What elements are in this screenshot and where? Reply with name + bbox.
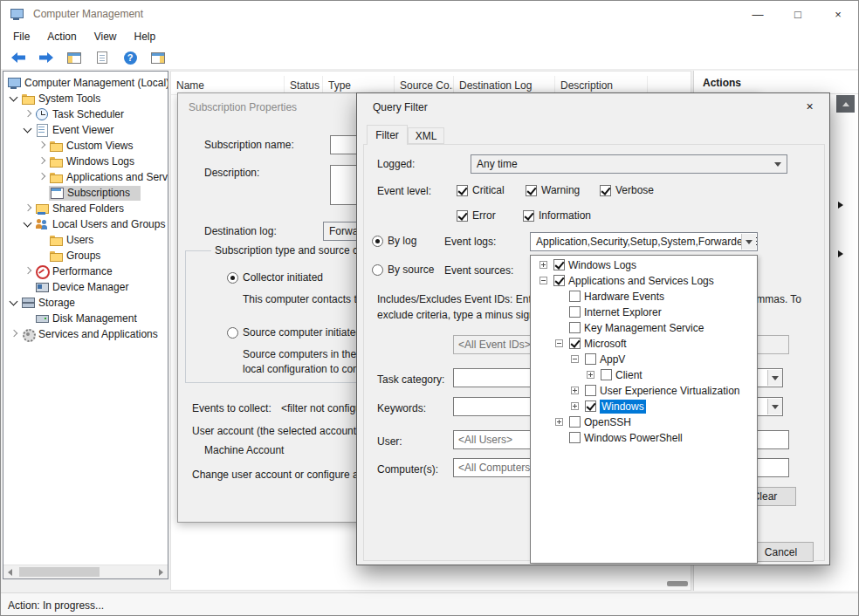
tree-item-device-manager[interactable]: Device Manager	[3, 279, 168, 295]
dialog-close-button[interactable]: ×	[790, 93, 829, 119]
close-button[interactable]: ×	[818, 1, 858, 27]
checkbox-checked-icon[interactable]	[585, 400, 596, 412]
by-source-radio[interactable]: By source	[372, 264, 434, 276]
log-tree-item-client[interactable]: Client	[531, 367, 757, 383]
chevron-right-icon[interactable]	[21, 107, 35, 121]
action-group-expand-icon[interactable]	[838, 250, 843, 257]
expand-plus-icon[interactable]	[555, 418, 563, 426]
expand-plus-icon[interactable]	[539, 261, 547, 269]
collapse-minus-icon[interactable]	[555, 339, 563, 347]
critical-checkbox[interactable]: Critical	[457, 184, 505, 196]
chevron-right-icon[interactable]	[35, 139, 49, 153]
checkbox-checked-icon[interactable]	[553, 275, 565, 286]
checkbox-unchecked-icon[interactable]	[569, 322, 581, 333]
combo-dropdown-button[interactable]	[741, 234, 756, 250]
export-list-button[interactable]	[92, 48, 113, 67]
tree-item-groups[interactable]: Groups	[3, 248, 168, 264]
by-log-radio[interactable]: By log	[372, 235, 416, 247]
tree-item-local-users-and-groups[interactable]: Local Users and Groups	[3, 216, 168, 232]
checkbox-unchecked-icon[interactable]	[569, 416, 581, 428]
checkbox-unchecked-icon[interactable]	[569, 291, 581, 302]
log-tree-item-applications-and-services-logs[interactable]: Applications and Services Logs	[531, 273, 757, 289]
log-tree-item-user-experience-virtualization[interactable]: User Experience Virtualization	[531, 383, 757, 399]
chevron-down-icon[interactable]	[21, 217, 35, 231]
tree-item-computer-management[interactable]: Computer Management (Local)	[3, 75, 168, 91]
help-button[interactable]	[120, 48, 141, 67]
checkbox-checked-icon[interactable]	[457, 210, 468, 222]
radio-unselected-icon[interactable]	[372, 264, 383, 276]
event-logs-combo[interactable]: Application,Security,Setup,System,Forwar…	[530, 232, 758, 251]
tree-item-subscriptions[interactable]: Subscriptions	[3, 185, 168, 201]
actions-scroll-up-button[interactable]	[836, 95, 855, 113]
tree-item-event-viewer[interactable]: Event Viewer	[3, 122, 168, 138]
checkbox-unchecked-icon[interactable]	[601, 369, 612, 380]
tab-xml[interactable]: XML	[408, 127, 444, 144]
log-tree-item-hardware-events[interactable]: Hardware Events	[531, 289, 757, 305]
scroll-left-icon[interactable]	[8, 569, 12, 576]
console-tree-hscrollbar[interactable]	[3, 565, 168, 578]
collapse-minus-icon[interactable]	[571, 355, 579, 363]
log-tree-item-appv[interactable]: AppV	[531, 352, 757, 367]
log-tree-item-microsoft[interactable]: Microsoft	[531, 336, 757, 352]
source-computer-initiated-radio[interactable]: Source computer initiated	[227, 326, 361, 339]
radio-selected-icon[interactable]	[227, 272, 238, 284]
action-group-expand-icon[interactable]	[838, 202, 843, 209]
checkbox-unchecked-icon[interactable]	[585, 353, 596, 365]
cancel-button[interactable]: Cancel	[748, 542, 814, 562]
menu-action[interactable]: Action	[38, 28, 85, 45]
forward-button[interactable]	[36, 48, 57, 67]
checkbox-unchecked-icon[interactable]	[585, 385, 596, 396]
keywords-dropdown-button[interactable]	[767, 399, 782, 414]
menu-help[interactable]: Help	[126, 28, 165, 45]
tree-item-storage[interactable]: Storage	[3, 295, 168, 311]
expand-plus-icon[interactable]	[571, 387, 579, 394]
show-action-pane-button[interactable]	[148, 48, 168, 67]
tree-item-shared-folders[interactable]: Shared Folders	[3, 201, 168, 216]
chevron-down-icon[interactable]	[21, 123, 35, 137]
menu-file[interactable]: File	[4, 28, 38, 45]
minimize-button[interactable]: —	[738, 1, 778, 27]
log-tree-item-internet-explorer[interactable]: Internet Explorer	[531, 305, 757, 320]
log-tree-item-windows-powershell[interactable]: Windows PowerShell	[531, 430, 757, 446]
tree-item-services-and-applications[interactable]: Services and Applications	[3, 326, 168, 342]
tree-item-task-scheduler[interactable]: Task Scheduler	[3, 106, 168, 122]
log-tree-item-windows[interactable]: Windows	[531, 399, 757, 414]
checkbox-checked-icon[interactable]	[457, 185, 468, 196]
scroll-right-icon[interactable]	[159, 569, 163, 576]
radio-selected-icon[interactable]	[372, 236, 383, 247]
list-hscrollbar-thumb[interactable]	[667, 581, 688, 586]
collector-initiated-radio[interactable]: Collector initiated	[227, 271, 323, 284]
checkbox-unchecked-icon[interactable]	[569, 432, 581, 443]
task-category-dropdown-button[interactable]	[767, 370, 782, 386]
warning-checkbox[interactable]: Warning	[526, 184, 580, 196]
tree-item-custom-views[interactable]: Custom Views	[3, 138, 168, 154]
log-tree-item-openssh[interactable]: OpenSSH	[531, 414, 757, 430]
chevron-right-icon[interactable]	[35, 170, 49, 184]
expand-plus-icon[interactable]	[587, 371, 594, 379]
collapse-minus-icon[interactable]	[539, 277, 547, 284]
tree-item-applications-and-services-logs[interactable]: Applications and Services Logs	[3, 169, 168, 185]
log-tree-item-key-management-service[interactable]: Key Management Service	[531, 320, 757, 336]
checkbox-checked-icon[interactable]	[523, 210, 534, 222]
menu-view[interactable]: View	[86, 28, 126, 45]
chevron-right-icon[interactable]	[35, 154, 49, 168]
information-checkbox[interactable]: Information	[523, 209, 591, 222]
log-tree-item-windows-logs[interactable]: Windows Logs	[531, 257, 757, 273]
error-checkbox[interactable]: Error	[457, 209, 496, 222]
tree-item-windows-logs[interactable]: Windows Logs	[3, 154, 168, 169]
chevron-down-icon[interactable]	[7, 296, 21, 310]
show-console-tree-button[interactable]	[64, 48, 85, 67]
checkbox-checked-icon[interactable]	[526, 185, 537, 196]
verbose-checkbox[interactable]: Verbose	[600, 184, 654, 196]
chevron-down-icon[interactable]	[7, 92, 21, 106]
chevron-right-icon[interactable]	[21, 264, 35, 278]
tree-item-disk-management[interactable]: Disk Management	[3, 311, 168, 326]
checkbox-checked-icon[interactable]	[553, 259, 565, 270]
tree-item-performance[interactable]: Performance	[3, 264, 168, 279]
maximize-button[interactable]: □	[778, 1, 818, 27]
chevron-right-icon[interactable]	[7, 327, 21, 341]
checkbox-checked-icon[interactable]	[600, 185, 611, 196]
tab-filter[interactable]: Filter	[367, 125, 408, 145]
hscrollbar-thumb[interactable]	[19, 567, 100, 577]
expand-plus-icon[interactable]	[571, 402, 579, 410]
